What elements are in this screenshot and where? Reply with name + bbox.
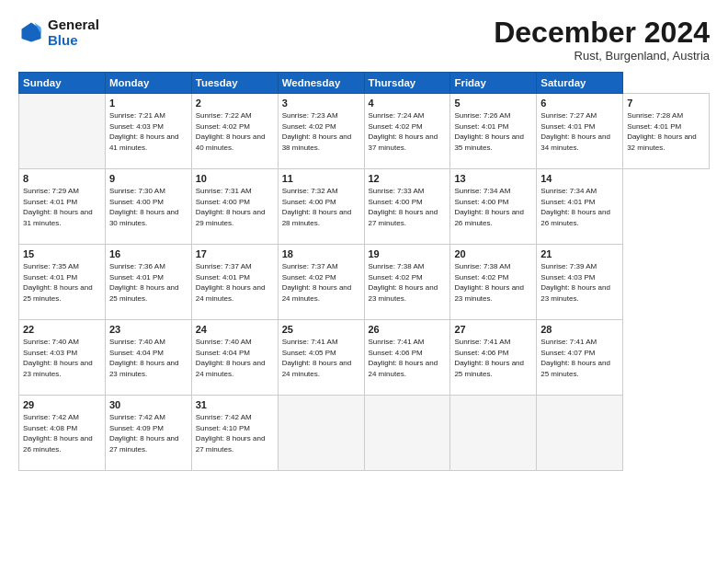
calendar-cell: 23Sunrise: 7:40 AMSunset: 4:04 PMDayligh… (105, 320, 191, 396)
calendar: SundayMondayTuesdayWednesdayThursdayFrid… (18, 72, 710, 471)
day-number: 9 (109, 173, 188, 184)
day-number: 13 (454, 173, 532, 184)
calendar-cell: 19Sunrise: 7:38 AMSunset: 4:02 PMDayligh… (364, 245, 450, 320)
day-info: Sunrise: 7:38 AMSunset: 4:02 PMDaylight:… (369, 261, 447, 304)
day-number: 2 (196, 98, 274, 109)
weekday-header-cell: Saturday (537, 73, 623, 94)
calendar-cell (450, 396, 537, 471)
calendar-cell: 17Sunrise: 7:37 AMSunset: 4:01 PMDayligh… (191, 245, 278, 320)
day-info: Sunrise: 7:24 AMSunset: 4:02 PMDaylight:… (369, 110, 447, 153)
weekday-header-cell: Wednesday (278, 73, 364, 94)
day-number: 6 (540, 98, 619, 109)
day-info: Sunrise: 7:31 AMSunset: 4:00 PMDaylight:… (196, 186, 274, 228)
calendar-cell (537, 396, 623, 471)
day-info: Sunrise: 7:23 AMSunset: 4:02 PMDaylight:… (282, 110, 360, 153)
calendar-cell: 6Sunrise: 7:27 AMSunset: 4:01 PMDaylight… (537, 94, 623, 169)
day-number: 3 (282, 98, 360, 109)
weekday-header-cell: Thursday (364, 73, 450, 94)
day-info: Sunrise: 7:42 AMSunset: 4:08 PMDaylight:… (23, 412, 101, 454)
day-number: 1 (109, 98, 188, 109)
calendar-cell (278, 396, 364, 471)
logo-text: General Blue (48, 17, 99, 49)
calendar-cell: 25Sunrise: 7:41 AMSunset: 4:05 PMDayligh… (278, 320, 364, 396)
day-number: 17 (196, 248, 274, 259)
day-number: 8 (23, 173, 101, 184)
calendar-cell: 20Sunrise: 7:38 AMSunset: 4:02 PMDayligh… (450, 245, 537, 320)
empty-cell (19, 94, 106, 169)
day-number: 23 (109, 324, 188, 335)
day-info: Sunrise: 7:40 AMSunset: 4:04 PMDaylight:… (196, 337, 274, 379)
day-info: Sunrise: 7:37 AMSunset: 4:01 PMDaylight:… (196, 261, 274, 304)
calendar-cell: 7Sunrise: 7:28 AMSunset: 4:01 PMDaylight… (623, 94, 710, 169)
day-number: 30 (109, 399, 188, 410)
day-number: 7 (627, 98, 705, 109)
day-info: Sunrise: 7:34 AMSunset: 4:01 PMDaylight:… (540, 186, 619, 228)
day-info: Sunrise: 7:40 AMSunset: 4:03 PMDaylight:… (23, 337, 101, 379)
calendar-cell: 5Sunrise: 7:26 AMSunset: 4:01 PMDaylight… (450, 94, 537, 169)
day-info: Sunrise: 7:29 AMSunset: 4:01 PMDaylight:… (23, 186, 101, 228)
day-number: 12 (369, 173, 447, 184)
day-number: 21 (540, 248, 619, 259)
day-info: Sunrise: 7:28 AMSunset: 4:01 PMDaylight:… (627, 110, 705, 153)
weekday-header-cell: Tuesday (191, 73, 278, 94)
day-info: Sunrise: 7:41 AMSunset: 4:07 PMDaylight:… (540, 337, 619, 379)
day-info: Sunrise: 7:21 AMSunset: 4:03 PMDaylight:… (109, 110, 188, 153)
day-number: 27 (454, 324, 532, 335)
day-info: Sunrise: 7:40 AMSunset: 4:04 PMDaylight:… (109, 337, 188, 379)
day-number: 16 (109, 248, 188, 259)
logo-icon (18, 19, 44, 45)
day-number: 19 (369, 248, 447, 259)
calendar-cell: 29Sunrise: 7:42 AMSunset: 4:08 PMDayligh… (19, 396, 106, 471)
calendar-cell: 30Sunrise: 7:42 AMSunset: 4:09 PMDayligh… (105, 396, 191, 471)
day-number: 20 (454, 248, 532, 259)
subtitle: Rust, Burgenland, Austria (494, 49, 710, 63)
calendar-cell (364, 396, 450, 471)
weekday-header-cell: Sunday (19, 73, 106, 94)
month-title: December 2024 (494, 17, 710, 49)
weekday-header-cell: Monday (105, 73, 191, 94)
calendar-cell: 3Sunrise: 7:23 AMSunset: 4:02 PMDaylight… (278, 94, 364, 169)
calendar-cell: 22Sunrise: 7:40 AMSunset: 4:03 PMDayligh… (19, 320, 106, 396)
day-number: 22 (23, 324, 101, 335)
calendar-cell: 10Sunrise: 7:31 AMSunset: 4:00 PMDayligh… (191, 169, 278, 245)
day-number: 31 (196, 399, 274, 410)
calendar-cell: 14Sunrise: 7:34 AMSunset: 4:01 PMDayligh… (537, 169, 623, 245)
day-info: Sunrise: 7:27 AMSunset: 4:01 PMDaylight:… (540, 110, 619, 153)
day-info: Sunrise: 7:41 AMSunset: 4:06 PMDaylight:… (454, 337, 532, 379)
weekday-header-cell: Friday (450, 73, 537, 94)
day-info: Sunrise: 7:38 AMSunset: 4:02 PMDaylight:… (454, 261, 532, 304)
day-number: 4 (369, 98, 447, 109)
day-info: Sunrise: 7:42 AMSunset: 4:10 PMDaylight:… (196, 412, 274, 454)
calendar-cell: 18Sunrise: 7:37 AMSunset: 4:02 PMDayligh… (278, 245, 364, 320)
calendar-cell: 8Sunrise: 7:29 AMSunset: 4:01 PMDaylight… (19, 169, 106, 245)
day-info: Sunrise: 7:35 AMSunset: 4:01 PMDaylight:… (23, 261, 101, 304)
calendar-cell: 16Sunrise: 7:36 AMSunset: 4:01 PMDayligh… (105, 245, 191, 320)
day-number: 15 (23, 248, 101, 259)
calendar-cell: 12Sunrise: 7:33 AMSunset: 4:00 PMDayligh… (364, 169, 450, 245)
calendar-cell: 24Sunrise: 7:40 AMSunset: 4:04 PMDayligh… (191, 320, 278, 396)
calendar-cell: 28Sunrise: 7:41 AMSunset: 4:07 PMDayligh… (537, 320, 623, 396)
day-info: Sunrise: 7:34 AMSunset: 4:00 PMDaylight:… (454, 186, 532, 228)
calendar-cell: 2Sunrise: 7:22 AMSunset: 4:02 PMDaylight… (191, 94, 278, 169)
page: General Blue December 2024 Rust, Burgenl… (0, 0, 728, 563)
calendar-cell: 9Sunrise: 7:30 AMSunset: 4:00 PMDaylight… (105, 169, 191, 245)
day-info: Sunrise: 7:30 AMSunset: 4:00 PMDaylight:… (109, 186, 188, 228)
calendar-cell: 1Sunrise: 7:21 AMSunset: 4:03 PMDaylight… (105, 94, 191, 169)
day-number: 28 (540, 324, 619, 335)
calendar-cell: 26Sunrise: 7:41 AMSunset: 4:06 PMDayligh… (364, 320, 450, 396)
day-info: Sunrise: 7:41 AMSunset: 4:06 PMDaylight:… (369, 337, 447, 379)
day-info: Sunrise: 7:36 AMSunset: 4:01 PMDaylight:… (109, 261, 188, 304)
day-info: Sunrise: 7:37 AMSunset: 4:02 PMDaylight:… (282, 261, 360, 304)
day-info: Sunrise: 7:39 AMSunset: 4:03 PMDaylight:… (540, 261, 619, 304)
day-number: 11 (282, 173, 360, 184)
day-number: 18 (282, 248, 360, 259)
day-info: Sunrise: 7:42 AMSunset: 4:09 PMDaylight:… (109, 412, 188, 454)
calendar-cell: 4Sunrise: 7:24 AMSunset: 4:02 PMDaylight… (364, 94, 450, 169)
logo: General Blue (18, 17, 99, 49)
day-number: 24 (196, 324, 274, 335)
day-number: 5 (454, 98, 532, 109)
day-number: 14 (540, 173, 619, 184)
day-info: Sunrise: 7:26 AMSunset: 4:01 PMDaylight:… (454, 110, 532, 153)
calendar-cell: 27Sunrise: 7:41 AMSunset: 4:06 PMDayligh… (450, 320, 537, 396)
day-number: 29 (23, 399, 101, 410)
